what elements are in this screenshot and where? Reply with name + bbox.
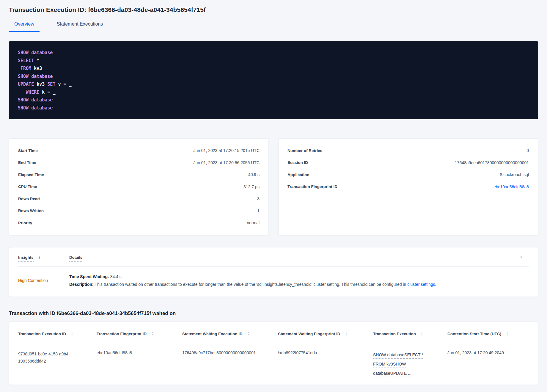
summary-row: Number of Retries0 (287, 145, 529, 157)
sql-line: SHOW database (18, 104, 529, 112)
insight-waiting-line: Time Spent Waiting: 34.4 s (69, 273, 529, 280)
insights-table-header: Insights ▲ ▼ Details ▲ ▼ (18, 247, 529, 267)
details-column-header: Details (69, 255, 520, 262)
summary-value: Jun 01, 2023 at 17:20:15:2015 UTC (193, 148, 260, 153)
details-column-label[interactable]: Details (69, 255, 82, 262)
summary-value: 312.7 µs (243, 184, 260, 189)
summary-label: Application (287, 173, 309, 177)
summary-label: Rows Read (18, 197, 40, 201)
waited-on-table-card: Transaction Execution ID▲▼Transaction Fi… (9, 322, 538, 385)
sql-statements-box: SHOW databaseSELECT * FROM kv3SHOW datab… (9, 41, 538, 119)
cluster-settings-link[interactable]: cluster settings (407, 282, 435, 287)
column-label[interactable]: Statement Waiting Fingerprint ID (278, 332, 340, 338)
cell-transaction-execution: SHOW databaseSELECT * FROM kv3SHOW datab… (373, 350, 447, 378)
sql-line: UPDATE kv3 SET v = _ (18, 80, 529, 88)
cell-contention-start-time: Jun 01, 2023 at 17:20:49:2049 (447, 350, 529, 378)
summary-row: Prioritynormal (18, 217, 260, 229)
transaction-execution-link[interactable]: SHOW databaseSELECT * FROM kv3SHOW datab… (373, 350, 426, 378)
cell-statement-waiting-fingerprint-id: \xdb8922f077541dda (278, 350, 373, 378)
sort-arrows-icon[interactable]: ▲ ▼ (520, 255, 522, 259)
summary-row: Elapsed Time40.9 s (18, 169, 260, 181)
tab-overview[interactable]: Overview (9, 21, 40, 32)
sort-arrows-icon[interactable]: ▲ ▼ (38, 255, 41, 259)
summary-label: End Time (18, 160, 36, 165)
waited-on-column-header: Statement Waiting Fingerprint ID▲▼ (278, 332, 373, 338)
summary-value: 0 (526, 148, 529, 153)
summary-label: Elapsed Time (18, 173, 44, 177)
sort-arrows-icon[interactable]: ▲▼ (151, 332, 154, 335)
sql-line: FROM kv3 (18, 65, 529, 73)
sql-line: SHOW database (18, 73, 529, 81)
summary-value: Jun 01, 2023 at 17:20:56:2056 UTC (193, 160, 260, 165)
sort-arrows-icon[interactable]: ▲▼ (506, 332, 508, 335)
summary-row: Start TimeJun 01, 2023 at 17:20:15:2015 … (18, 145, 260, 157)
waited-on-column-header: Transaction Execution ID▲▼ (18, 332, 97, 338)
waited-on-column-header: Statement Waiting Execution ID▲▼ (182, 332, 278, 338)
tab-bar: Overview Statement Executions (9, 21, 538, 32)
sort-arrows-icon[interactable]: ▲▼ (71, 332, 73, 335)
sql-line: SHOW database (18, 96, 529, 104)
transaction-meta-card: Number of Retries0Session ID17648a9eea60… (278, 138, 538, 235)
page-title: Transaction Execution ID: f6be6366-da03-… (9, 6, 538, 13)
waited-on-table-body: 9738d051-bc0e-4158-a9b4-1903586ddd42ebc1… (18, 343, 529, 385)
insight-name: High Contention (18, 278, 69, 283)
column-label[interactable]: Statement Waiting Execution ID (182, 332, 243, 338)
insights-column-header: Insights ▲ ▼ (18, 255, 69, 262)
cell-statement-waiting-execution-id: 176498a9c717bdc80000000000000001 (182, 350, 278, 378)
sql-line: WHERE k = _ (18, 88, 529, 96)
tab-statement-executions[interactable]: Statement Executions (51, 21, 109, 32)
sql-line: SHOW database (18, 49, 529, 57)
cell-transaction-execution-id: 9738d051-bc0e-4158-a9b4-1903586ddd42 (18, 350, 97, 378)
waited-on-column-header: Transaction Execution▲▼ (373, 332, 447, 338)
transaction-timing-card: Start TimeJun 01, 2023 at 17:20:15:2015 … (9, 138, 269, 235)
sort-arrows-icon[interactable]: ▲▼ (247, 332, 250, 335)
column-label[interactable]: Transaction Execution (373, 332, 416, 338)
summary-value: 17648a9eea6017800000000000000001 (455, 160, 529, 165)
waited-on-table-row: 9738d051-bc0e-4158-a9b4-1903586ddd42ebc1… (18, 343, 529, 385)
summary-label: Rows Written (18, 208, 44, 213)
summary-label: Transaction Fingerprint ID (287, 184, 337, 189)
summary-row: Rows Read3 (18, 193, 260, 205)
summary-value: normal (247, 220, 260, 225)
waited-on-column-header: Contention Start Time (UTC)▲▼ (447, 332, 529, 338)
summary-label: Number of Retries (287, 148, 322, 153)
summary-value: 1 (257, 208, 260, 213)
column-label[interactable]: Contention Start Time (UTC) (447, 332, 501, 338)
summary-row: Application$ cockroach sql (287, 169, 529, 181)
summary-label: Start Time (18, 148, 38, 153)
summary-value: 3 (257, 196, 260, 201)
summary-row: Session ID17648a9eea60178000000000000000… (287, 157, 529, 169)
waited-on-heading: Transaction with ID f6be6366-da03-48de-a… (9, 311, 538, 316)
summary-value: 40.9 s (248, 172, 260, 177)
summary-value: $ cockroach sql (500, 172, 529, 177)
summary-cards-row: Start TimeJun 01, 2023 at 17:20:15:2015 … (9, 138, 538, 235)
insight-description-line: Description: This transaction waited on … (69, 280, 529, 288)
insights-column-label[interactable]: Insights (18, 255, 34, 262)
insight-details: Time Spent Waiting: 34.4 s Description: … (69, 273, 529, 288)
waited-on-table-header: Transaction Execution ID▲▼Transaction Fi… (18, 322, 529, 343)
summary-label: Priority (18, 221, 32, 225)
insight-row: High Contention Time Spent Waiting: 34.4… (18, 267, 529, 297)
sort-arrows-icon[interactable]: ▲▼ (421, 332, 423, 335)
sort-arrows-icon[interactable]: ▲▼ (345, 332, 348, 335)
summary-value-link[interactable]: ebc10ae56cfd88a8 (493, 184, 529, 189)
column-label[interactable]: Transaction Execution ID (18, 332, 66, 338)
summary-row: CPU Time312.7 µs (18, 181, 260, 193)
insights-table-card: Insights ▲ ▼ Details ▲ ▼ High Contention… (9, 247, 538, 297)
summary-row: Rows Written1 (18, 205, 260, 217)
summary-row: End TimeJun 01, 2023 at 17:20:56:2056 UT… (18, 157, 260, 169)
summary-label: Session ID (287, 160, 308, 165)
sql-line: SELECT * (18, 57, 529, 65)
summary-label: CPU Time (18, 184, 37, 189)
waited-on-column-header: Transaction Fingerprint ID▲▼ (97, 332, 182, 338)
cell-transaction-fingerprint-id: ebc10ae56cfd88a8 (97, 350, 182, 378)
summary-row: Transaction Fingerprint IDebc10ae56cfd88… (287, 181, 529, 193)
column-label[interactable]: Transaction Fingerprint ID (97, 332, 147, 338)
extra-sort-header: ▲ ▼ (520, 255, 529, 259)
